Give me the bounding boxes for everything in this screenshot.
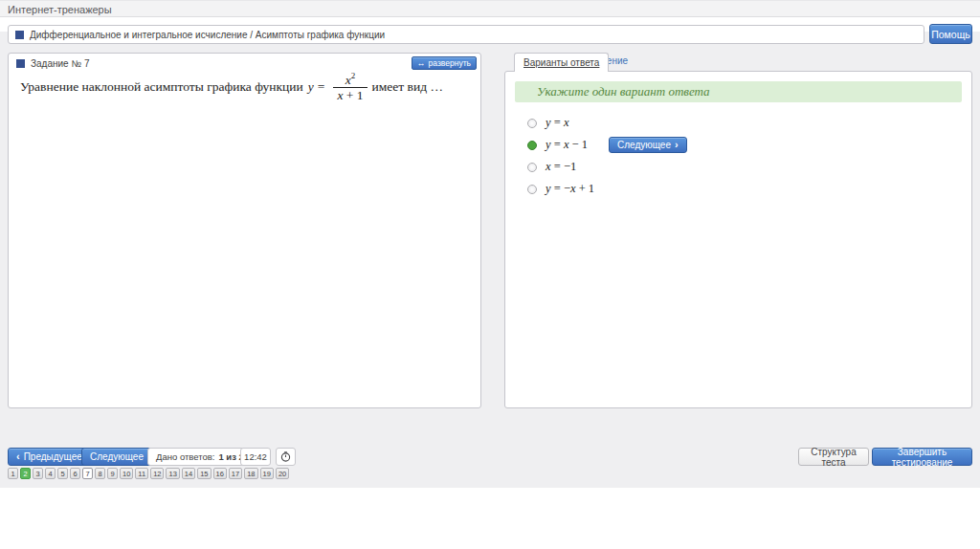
page-number-4[interactable]: 4	[45, 468, 56, 479]
breadcrumb-text: Дифференциальное и интегральное исчислен…	[30, 30, 385, 40]
app-title: Интернет-тренажеры	[8, 4, 112, 15]
page-number-15[interactable]: 15	[197, 468, 211, 479]
page-number-2[interactable]: 2	[20, 468, 31, 479]
page-number-5[interactable]: 5	[57, 468, 68, 479]
previous-question-button[interactable]: ‹ Предыдущее	[8, 448, 91, 466]
page-number-9[interactable]: 9	[107, 468, 118, 479]
answer-option[interactable]: y = x	[527, 112, 687, 134]
answer-option[interactable]: y = x − 1Следующее›	[527, 134, 687, 156]
answer-option[interactable]: x = −1	[527, 156, 687, 178]
chevron-left-icon: ‹	[16, 451, 20, 462]
page-number-20[interactable]: 20	[276, 468, 289, 479]
formula-fraction: x2 x + 1	[333, 71, 367, 103]
fraction-denominator: x + 1	[333, 88, 367, 103]
task-panel: Задание № 7 ↔ развернуть Уравнение накло…	[8, 53, 481, 408]
formula-lhs: y	[308, 79, 314, 95]
answers-panel: Укажите один вариант ответа y = xy = x −…	[504, 71, 972, 408]
timer-display: 12:42	[240, 448, 271, 466]
question-formula: y = x2 x + 1	[308, 71, 368, 103]
page-number-11[interactable]: 11	[135, 468, 148, 479]
radio-button[interactable]	[527, 119, 537, 128]
page-number-10[interactable]: 10	[120, 468, 133, 479]
formula-equals: =	[318, 79, 325, 95]
page-number-19[interactable]: 19	[260, 468, 274, 479]
page-number-3[interactable]: 3	[33, 468, 43, 479]
timer-toggle-button[interactable]	[276, 448, 296, 466]
chevron-right-icon: ›	[675, 140, 679, 150]
topbar: Интернет-тренажеры	[0, 0, 980, 17]
page-number-7[interactable]: 7	[82, 468, 93, 479]
task-title: Задание № 7	[31, 58, 90, 69]
radio-button[interactable]	[527, 141, 537, 150]
radio-button[interactable]	[527, 185, 537, 194]
page-number-8[interactable]: 8	[95, 468, 105, 479]
answer-option-label: y = x − 1	[546, 138, 588, 152]
answers-counter-label: Дано ответов:	[156, 451, 214, 462]
task-header: Задание № 7	[16, 58, 90, 69]
page-number-14[interactable]: 14	[182, 468, 195, 479]
breadcrumb: Дифференциальное и интегральное исчислен…	[8, 25, 924, 44]
finish-test-button[interactable]: Завершить тестирование	[872, 448, 972, 466]
instruction-banner: Укажите один вариант ответа	[515, 81, 962, 102]
test-structure-button[interactable]: Структура теста	[798, 448, 869, 466]
expand-button[interactable]: ↔ развернуть	[412, 56, 477, 70]
question-suffix: имеет вид …	[372, 79, 443, 95]
question-pagination: 1234567891011121314151617181920	[8, 468, 289, 479]
answer-option-label: y = −x + 1	[546, 182, 594, 196]
page-number-12[interactable]: 12	[150, 468, 164, 479]
bullet-square-icon	[15, 31, 24, 39]
fraction-numerator: x2	[333, 71, 367, 88]
page-number-16[interactable]: 16	[213, 468, 227, 479]
expand-button-label: развернуть	[429, 58, 471, 68]
answer-option[interactable]: y = −x + 1	[527, 178, 687, 200]
tab-answer-options[interactable]: Варианты ответа	[514, 53, 609, 72]
page-number-17[interactable]: 17	[229, 468, 242, 479]
app-window: Интернет-тренажеры Дифференциальное и ин…	[0, 0, 980, 549]
page-number-1[interactable]: 1	[8, 468, 18, 479]
confirm-next-button[interactable]: Следующее›	[609, 137, 687, 153]
radio-button[interactable]	[527, 163, 537, 172]
clock-icon	[280, 451, 291, 462]
page-number-6[interactable]: 6	[70, 468, 80, 479]
page-number-18[interactable]: 18	[244, 468, 257, 479]
bullet-square-icon	[16, 59, 25, 68]
answer-option-label: x = −1	[546, 160, 576, 174]
help-button[interactable]: Помощь	[929, 24, 972, 44]
page-number-13[interactable]: 13	[166, 468, 179, 479]
question-text: Уравнение наклонной асимптоты графика фу…	[20, 71, 443, 103]
expand-arrows-icon: ↔	[417, 58, 426, 68]
answer-option-label: y = x	[546, 116, 568, 130]
question-prefix: Уравнение наклонной асимптоты графика фу…	[20, 79, 303, 95]
answer-options-list: y = xy = x − 1Следующее›x = −1y = −x + 1	[527, 112, 687, 200]
